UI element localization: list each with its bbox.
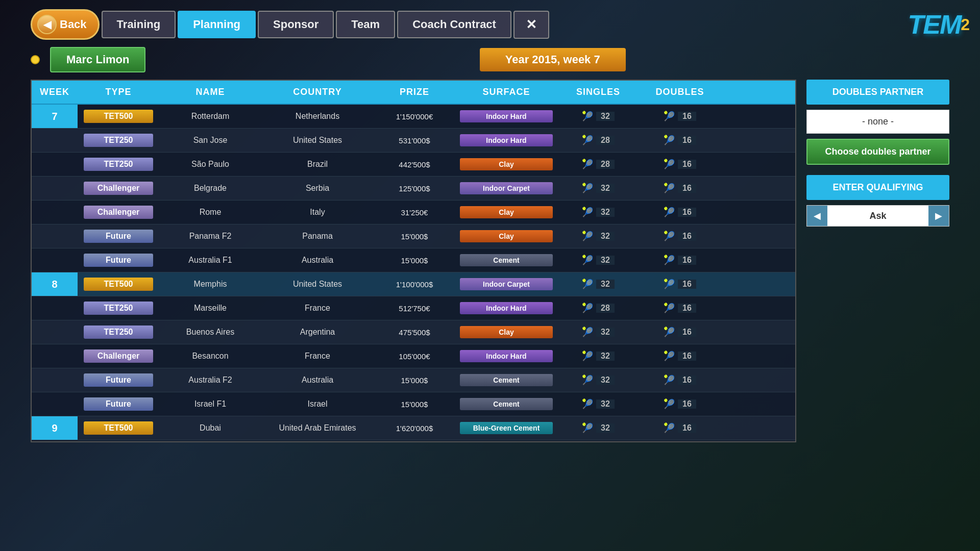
doubles-cell: 🎾16	[639, 201, 721, 224]
type-cell: Future	[78, 248, 159, 272]
table-row[interactable]: ChallengerBelgradeSerbia125'000$Indoor C…	[32, 177, 795, 201]
year-week-display: Year 2015, week 7	[480, 48, 626, 71]
table-row[interactable]: 9TET500DubaiUnited Arab Emirates1'620'00…	[32, 416, 795, 440]
singles-number: 28	[596, 160, 615, 169]
singles-cell: 🎾32	[557, 320, 639, 344]
singles-number: 28	[596, 136, 615, 145]
ask-right-arrow[interactable]: ▶	[928, 206, 949, 226]
singles-cell: 🎾28	[557, 296, 639, 320]
table-row[interactable]: 7TET500RotterdamNetherlands1'150'000€Ind…	[32, 105, 795, 129]
doubles-cell: 🎾16	[639, 153, 721, 176]
training-button[interactable]: Training	[102, 11, 176, 38]
prize-cell: 15'000$	[374, 224, 455, 248]
table-row[interactable]: FutureAustralia F2Australia15'000$Cement…	[32, 368, 795, 392]
prize-cell: 531'000$	[374, 129, 455, 152]
logo-tem: TEM	[908, 9, 961, 40]
week-cell	[32, 201, 78, 224]
week-cell	[32, 177, 78, 200]
country-cell: Argentina	[261, 320, 374, 344]
surface-cell: Indoor Hard	[455, 129, 557, 152]
singles-cell: 🎾28	[557, 153, 639, 176]
doubles-partner-header: DOUBLES PARTNER	[806, 80, 949, 105]
surface-cell: Blue-Green Cement	[455, 416, 557, 440]
week-cell	[32, 129, 78, 152]
surface-cell: Cement	[455, 248, 557, 272]
singles-number: 32	[596, 399, 615, 409]
singles-icon: 🎾	[582, 135, 593, 146]
type-cell: Future	[78, 224, 159, 248]
back-button[interactable]: ◀ Back	[31, 9, 100, 40]
doubles-icon: 🎾	[664, 231, 675, 242]
singles-icon: 🎾	[582, 183, 593, 194]
table-row[interactable]: FuturePanama F2Panama15'000$Clay🎾32🎾16	[32, 224, 795, 248]
country-cell: Australia	[261, 368, 374, 392]
week-cell	[32, 344, 78, 368]
doubles-cell: 🎾16	[639, 392, 721, 416]
country-cell: Israel	[261, 392, 374, 416]
prize-cell: 125'000$	[374, 177, 455, 200]
country-cell: Australia	[261, 248, 374, 272]
name-cell: Australia F1	[159, 248, 261, 272]
surface-cell: Indoor Hard	[455, 105, 557, 128]
table-row[interactable]: TET250São PauloBrazil442'500$Clay🎾28🎾16	[32, 153, 795, 177]
doubles-number: 16	[678, 399, 696, 409]
table-row[interactable]: FutureIsrael F1Israel15'000$Cement🎾32🎾16	[32, 392, 795, 416]
ask-left-arrow[interactable]: ◀	[807, 206, 827, 226]
name-cell: Rotterdam	[159, 105, 261, 128]
table-row[interactable]: TET500AcapulcoMexico955'000$Clay🔄32🎾16	[32, 440, 795, 441]
doubles-icon: 🎾	[664, 374, 675, 386]
singles-icon: 🎾	[582, 303, 593, 314]
surface-cell: Indoor Carpet	[455, 272, 557, 296]
type-cell: TET250	[78, 153, 159, 176]
singles-number: 28	[596, 304, 615, 313]
table-row[interactable]: FutureAustralia F1Australia15'000$Cement…	[32, 248, 795, 272]
singles-cell: 🎾32	[557, 272, 639, 296]
week-cell	[32, 153, 78, 176]
prize-cell: 31'250€	[374, 201, 455, 224]
singles-number: 32	[596, 112, 615, 121]
team-button[interactable]: Team	[336, 11, 395, 38]
week-cell: 7	[32, 105, 78, 128]
singles-icon: 🎾	[582, 231, 593, 242]
name-cell: Belgrade	[159, 177, 261, 200]
singles-icon: 🎾	[582, 207, 593, 218]
planning-button[interactable]: Planning	[178, 11, 256, 38]
choose-partner-button[interactable]: Choose doubles partner	[806, 139, 949, 165]
coach-contract-button[interactable]: Coach Contract	[397, 11, 511, 38]
back-arrow-icon: ◀	[37, 15, 57, 34]
type-cell: TET500	[78, 416, 159, 440]
surface-cell: Clay	[455, 224, 557, 248]
name-cell: Rome	[159, 201, 261, 224]
type-cell: Challenger	[78, 344, 159, 368]
type-cell: TET500	[78, 272, 159, 296]
table-row[interactable]: 8TET500MemphisUnited States1'100'000$Ind…	[32, 272, 795, 296]
name-cell: Buenos Aires	[159, 320, 261, 344]
player-name: Marc Limon	[50, 47, 145, 72]
singles-icon: 🎾	[582, 159, 593, 170]
surface-cell: Clay	[455, 153, 557, 176]
doubles-number: 16	[678, 352, 696, 361]
top-navigation: ◀ Back Training Planning Sponsor Team Co…	[0, 0, 980, 40]
doubles-icon: 🎾	[664, 327, 675, 338]
table-row[interactable]: TET250San JoseUnited States531'000$Indoo…	[32, 129, 795, 153]
prize-cell: 475'500$	[374, 320, 455, 344]
country-cell: Italy	[261, 201, 374, 224]
sponsor-button[interactable]: Sponsor	[258, 11, 334, 38]
surface-cell: Indoor Hard	[455, 344, 557, 368]
singles-cell: 🎾32	[557, 416, 639, 440]
singles-icon: 🎾	[582, 279, 593, 290]
doubles-icon: 🎾	[664, 135, 675, 146]
prize-cell: 955'000$	[374, 440, 455, 441]
singles-number: 32	[596, 256, 615, 265]
table-row[interactable]: TET250Buenos AiresArgentina475'500$Clay🎾…	[32, 320, 795, 344]
singles-cell: 🎾32	[557, 248, 639, 272]
doubles-number: 16	[678, 136, 696, 145]
table-row[interactable]: ChallengerRomeItaly31'250€Clay🎾32🎾16	[32, 201, 795, 224]
table-row[interactable]: TET250MarseilleFrance512'750€Indoor Hard…	[32, 296, 795, 320]
header-country: COUNTRY	[261, 81, 374, 104]
week-cell	[32, 248, 78, 272]
week-cell	[32, 224, 78, 248]
ask-row: ◀ Ask ▶	[806, 205, 949, 227]
close-button[interactable]: ✕	[513, 11, 549, 39]
table-row[interactable]: ChallengerBesanconFrance105'000€Indoor H…	[32, 344, 795, 368]
